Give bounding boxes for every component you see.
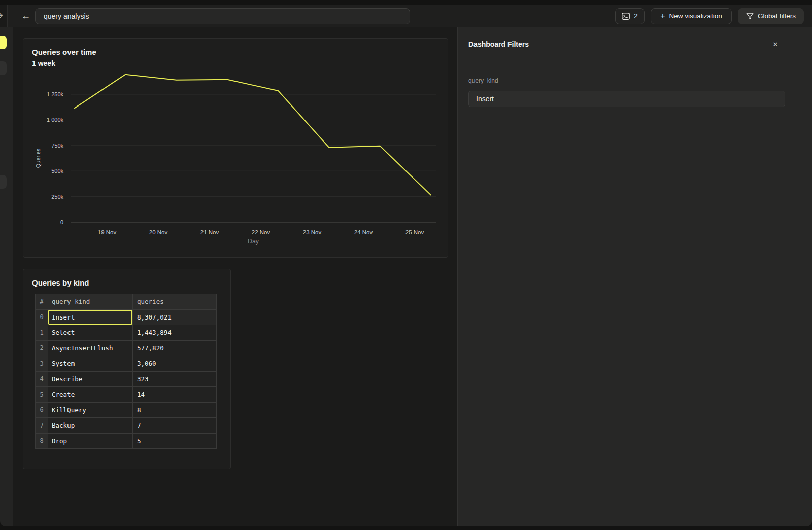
new-visualization-button[interactable]: + New visualization: [651, 8, 732, 24]
query-kind-filter-input[interactable]: [468, 91, 785, 107]
column-header-query-kind[interactable]: query_kind: [48, 294, 133, 310]
new-visualization-label: New visualization: [669, 12, 722, 20]
table-row: 2AsyncInsertFlush577,820: [36, 340, 217, 356]
y-tick-label: 750k: [51, 143, 63, 149]
queries-count-cell[interactable]: 8: [133, 402, 217, 418]
sidebar: [0, 27, 13, 526]
table-row: 0Insert8,307,021: [36, 309, 217, 325]
y-tick-label: 250k: [51, 194, 63, 200]
dashboard-title-input[interactable]: [35, 8, 410, 24]
row-index-cell[interactable]: 6: [36, 402, 48, 418]
terminal-icon: [622, 13, 630, 20]
table-row: 8Drop5: [36, 433, 217, 449]
queries-count-cell[interactable]: 7: [133, 418, 217, 434]
query-kind-filter-label: query_kind: [468, 77, 498, 84]
table-title: Queries by kind: [32, 278, 89, 287]
row-index-cell[interactable]: 7: [36, 418, 48, 434]
close-icon[interactable]: ✕: [770, 39, 781, 49]
topbar: ⟳ ← 2 + New visualization Global filters: [0, 5, 812, 27]
query-tabs-button[interactable]: 2: [615, 8, 645, 24]
y-axis-title: Queries: [35, 148, 41, 168]
query-kind-cell[interactable]: Backup: [48, 418, 133, 434]
y-tick-label: 500k: [51, 168, 63, 174]
queries-count-cell[interactable]: 14: [133, 387, 217, 403]
table-row: 7Backup7: [36, 418, 217, 434]
queries-count-cell[interactable]: 3,060: [133, 356, 217, 372]
column-header-index[interactable]: #: [36, 294, 48, 310]
row-index-cell[interactable]: 1: [36, 325, 48, 341]
query-kind-cell[interactable]: Insert: [48, 309, 133, 325]
queries-count-cell[interactable]: 5: [133, 433, 217, 449]
plus-icon: +: [660, 12, 665, 21]
funnel-icon: [746, 13, 754, 20]
row-index-cell[interactable]: 8: [36, 433, 48, 449]
query-kind-cell[interactable]: Describe: [48, 371, 133, 387]
queries-by-kind-table: # query_kind queries 0Insert8,307,0211Se…: [35, 294, 217, 449]
x-tick-label: 19 Nov: [98, 229, 117, 235]
query-kind-cell[interactable]: Drop: [48, 433, 133, 449]
x-tick-label: 23 Nov: [303, 229, 322, 235]
query-kind-cell[interactable]: System: [48, 356, 133, 372]
global-filters-button[interactable]: Global filters: [738, 8, 804, 24]
row-index-cell[interactable]: 3: [36, 356, 48, 372]
queries-by-kind-card: Queries by kind # query_kind queries 0In…: [23, 269, 231, 469]
global-filters-label: Global filters: [758, 12, 796, 20]
content-row: Queries over time 1 week 0250k500k750k1 …: [0, 27, 812, 526]
query-kind-cell[interactable]: Select: [48, 325, 133, 341]
dashboard-filters-panel: Dashboard Filters ✕ query_kind: [457, 27, 812, 526]
queries-count-cell[interactable]: 323: [133, 371, 217, 387]
queries-over-time-card: Queries over time 1 week 0250k500k750k1 …: [23, 38, 448, 258]
back-button[interactable]: ←: [20, 10, 32, 22]
app-window: ⟳ ← 2 + New visualization Global filters: [0, 0, 812, 530]
sidebar-item-3[interactable]: [0, 175, 7, 189]
x-tick-label: 24 Nov: [354, 229, 373, 235]
table-row: 1Select1,443,894: [36, 325, 217, 341]
column-header-queries[interactable]: queries: [133, 294, 217, 310]
topbar-rail: ⟳: [0, 5, 8, 27]
filters-panel-title: Dashboard Filters: [468, 40, 529, 48]
queries-over-time-chart[interactable]: 0250k500k750k1 000k1 250k19 Nov20 Nov21 …: [23, 39, 449, 258]
query-kind-cell[interactable]: KillQuery: [48, 402, 133, 418]
sidebar-item-2[interactable]: [0, 61, 7, 75]
main-area: Queries over time 1 week 0250k500k750k1 …: [13, 27, 457, 526]
row-index-cell[interactable]: 5: [36, 387, 48, 403]
x-axis-title: Day: [248, 238, 259, 245]
row-index-cell[interactable]: 0: [36, 309, 48, 325]
x-tick-label: 21 Nov: [200, 229, 219, 235]
row-index-cell[interactable]: 4: [36, 371, 48, 387]
panel-divider: [458, 65, 812, 65]
x-tick-label: 22 Nov: [252, 229, 270, 235]
sidebar-item-dashboard-active[interactable]: [0, 36, 7, 49]
table-header-row: # query_kind queries: [36, 294, 217, 310]
table-row: 6KillQuery8: [36, 402, 217, 418]
query-tabs-count: 2: [634, 12, 638, 20]
row-index-cell[interactable]: 2: [36, 340, 48, 356]
table-row: 5Create14: [36, 387, 217, 403]
queries-line-series: [75, 75, 431, 195]
x-tick-label: 20 Nov: [149, 229, 168, 235]
queries-count-cell[interactable]: 8,307,021: [133, 309, 217, 325]
table-row: 3System3,060: [36, 356, 217, 372]
queries-count-cell[interactable]: 1,443,894: [133, 325, 217, 341]
query-kind-cell[interactable]: AsyncInsertFlush: [48, 340, 133, 356]
x-tick-label: 25 Nov: [405, 229, 424, 235]
refresh-icon[interactable]: ⟳: [0, 11, 3, 21]
y-tick-label: 0: [60, 219, 63, 225]
y-tick-label: 1 250k: [47, 91, 64, 97]
query-kind-cell[interactable]: Create: [48, 387, 133, 403]
queries-count-cell[interactable]: 577,820: [133, 340, 217, 356]
y-tick-label: 1 000k: [47, 117, 64, 123]
table-row: 4Describe323: [36, 371, 217, 387]
